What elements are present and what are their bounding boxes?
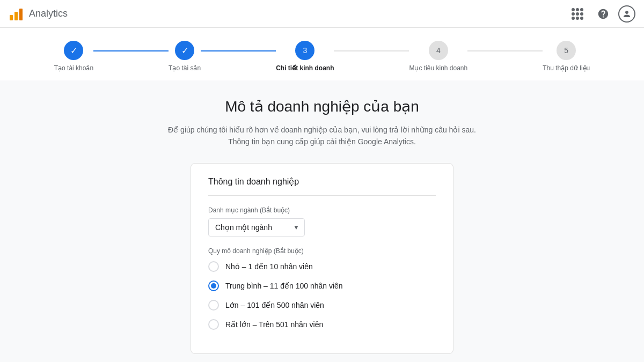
step-2-label: Tạo tài sản xyxy=(169,64,201,72)
step-4-number: 4 xyxy=(436,46,441,55)
analytics-logo xyxy=(9,6,24,21)
business-info-card: Thông tin doanh nghiệp Danh mục ngành (B… xyxy=(191,163,453,354)
radio-medium-label: Trung bình – 11 đến 100 nhân viên xyxy=(225,282,343,290)
app-title: Analytics xyxy=(29,8,68,19)
radio-large[interactable]: Lớn – 101 đến 500 nhân viên xyxy=(208,300,436,311)
step-4: 4 Mục tiêu kinh doanh xyxy=(409,41,467,72)
industry-group: Danh mục ngành (Bắt buộc) Chọn một ngành… xyxy=(208,206,436,237)
svg-rect-1 xyxy=(14,12,18,20)
step-4-circle: 4 xyxy=(429,41,448,60)
step-3-circle: 3 xyxy=(295,41,314,60)
radio-medium[interactable]: Trung bình – 11 đến 100 nhân viên xyxy=(208,280,436,291)
connector-1-2 xyxy=(93,50,169,51)
page-desc-line1: Để giúp chúng tôi hiểu rõ hơn về doanh n… xyxy=(168,124,476,136)
step-3-number: 3 xyxy=(303,46,307,55)
step-5-circle: 5 xyxy=(557,41,576,60)
step-2-circle: ✓ xyxy=(175,41,194,60)
grid-icon xyxy=(572,8,583,20)
step-2-check: ✓ xyxy=(181,46,188,56)
user-avatar[interactable] xyxy=(618,5,635,23)
connector-2-3 xyxy=(201,50,276,51)
svg-rect-0 xyxy=(10,15,13,20)
step-5-label: Thu thập dữ liệu xyxy=(543,64,590,72)
help-button[interactable] xyxy=(592,3,614,25)
radio-small-label: Nhỏ – 1 đến 10 nhân viên xyxy=(225,262,313,271)
app-header: Analytics xyxy=(0,0,644,28)
size-label: Quy mô doanh nghiệp (Bắt buộc) xyxy=(208,247,436,255)
main-content: Mô tả doanh nghiệp của bạn Để giúp chúng… xyxy=(0,80,644,362)
step-1: ✓ Tạo tài khoản xyxy=(54,41,93,72)
connector-3-4 xyxy=(334,50,409,51)
radio-small-circle xyxy=(208,261,219,272)
industry-label: Danh mục ngành (Bắt buộc) xyxy=(208,206,436,214)
radio-xlarge-circle xyxy=(208,319,219,330)
step-4-label: Mục tiêu kinh doanh xyxy=(409,64,467,72)
radio-large-label: Lớn – 101 đến 500 nhân viên xyxy=(225,301,324,309)
svg-rect-2 xyxy=(19,9,23,20)
radio-medium-circle xyxy=(208,280,219,291)
radio-large-circle xyxy=(208,300,219,311)
radio-medium-inner xyxy=(211,283,216,289)
radio-small[interactable]: Nhỏ – 1 đến 10 nhân viên xyxy=(208,261,436,272)
industry-select[interactable]: Chọn một ngành xyxy=(208,218,305,237)
step-1-label: Tạo tài khoản xyxy=(54,64,93,72)
radio-xlarge-label: Rất lớn – Trên 501 nhân viên xyxy=(225,320,323,329)
radio-xlarge[interactable]: Rất lớn – Trên 501 nhân viên xyxy=(208,319,436,330)
stepper: ✓ Tạo tài khoản ✓ Tạo tài sản 3 Chi tiết… xyxy=(54,41,590,72)
connector-4-5 xyxy=(467,50,543,51)
step-5-number: 5 xyxy=(564,46,568,55)
step-3: 3 Chi tiết kinh doanh xyxy=(276,41,334,72)
stepper-container: ✓ Tạo tài khoản ✓ Tạo tài sản 3 Chi tiết… xyxy=(0,28,644,80)
step-3-label: Chi tiết kinh doanh xyxy=(276,64,334,72)
header-right xyxy=(567,3,635,25)
step-1-circle: ✓ xyxy=(64,41,83,60)
step-5: 5 Thu thập dữ liệu xyxy=(543,41,590,72)
header-left: Analytics xyxy=(9,6,68,21)
industry-select-wrapper: Chọn một ngành ▼ xyxy=(208,218,305,237)
card-title: Thông tin doanh nghiệp xyxy=(208,176,436,196)
apps-button[interactable] xyxy=(567,3,588,25)
page-description: Để giúp chúng tôi hiểu rõ hơn về doanh n… xyxy=(168,124,476,148)
page-title: Mô tả doanh nghiệp của bạn xyxy=(225,98,419,115)
step-2: ✓ Tạo tài sản xyxy=(169,41,201,72)
size-group: Quy mô doanh nghiệp (Bắt buộc) Nhỏ – 1 đ… xyxy=(208,247,436,330)
step-1-check: ✓ xyxy=(70,46,77,56)
page-desc-line2: Thông tin bạn cung cấp giúp cải thiện Go… xyxy=(168,136,476,147)
